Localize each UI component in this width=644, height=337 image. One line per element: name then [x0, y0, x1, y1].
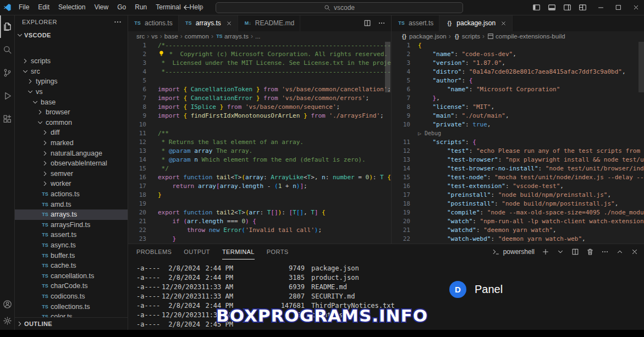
code-line: 1/*-------------------------------------… — [128, 41, 391, 50]
tab-README.md[interactable]: M↓README.md — [238, 15, 300, 31]
breadcrumb-item[interactable]: compile-extensions-build — [487, 32, 565, 41]
chevron-down-icon[interactable] — [557, 248, 564, 256]
tab-actions.ts[interactable]: TSactions.ts — [128, 15, 179, 31]
tabbar-left: TSactions.tsTSarrays.tsM↓README.md — [128, 15, 391, 31]
tree-file-codicons.ts[interactable]: TScodicons.ts — [14, 291, 128, 302]
menu-go[interactable]: Go — [113, 3, 130, 11]
line-number: 21 — [392, 226, 410, 235]
panel-tab-problems[interactable]: PROBLEMS — [136, 244, 172, 259]
tree-folder-diff[interactable]: diff — [14, 128, 128, 138]
more-icon[interactable] — [378, 19, 386, 27]
tab-arrays.ts[interactable]: TSarrays.ts — [179, 15, 238, 31]
line-number: 22 — [128, 226, 146, 235]
close-tab-icon[interactable] — [500, 20, 507, 26]
menu-terminal[interactable]: Terminal — [151, 3, 185, 11]
tree-folder-naturalLanguage[interactable]: naturalLanguage — [14, 148, 128, 158]
command-center-search[interactable]: vscode — [216, 2, 463, 13]
lightbulb-icon[interactable] — [158, 50, 165, 57]
code-line: 5 "author": { — [392, 76, 644, 85]
layout-sidebar-left-icon[interactable] — [532, 3, 541, 12]
activitybar-run-and-debug[interactable] — [0, 84, 14, 107]
tree-folder-typings[interactable]: typings — [14, 76, 128, 87]
breadcrumb-item[interactable]: base — [164, 33, 178, 40]
activitybar-source-control[interactable] — [0, 61, 14, 84]
tree-file-amd.ts[interactable]: TSamd.ts — [14, 199, 128, 209]
editor-scrollbar[interactable] — [385, 42, 390, 92]
menu-file[interactable]: File — [14, 3, 34, 11]
tree-file-cache.ts[interactable]: TScache.ts — [14, 261, 128, 271]
panel-tab-ports[interactable]: PORTS — [267, 244, 289, 259]
activitybar-search[interactable] — [0, 38, 14, 61]
layout-sidebar-right-icon[interactable] — [563, 3, 571, 12]
breadcrumb-item[interactable]: src — [136, 33, 145, 40]
breadcrumb-item[interactable]: ... — [255, 33, 261, 40]
tree-file-assert.ts[interactable]: TSassert.ts — [14, 230, 128, 240]
tree-file-actions.ts[interactable]: TSactions.ts — [14, 189, 128, 200]
tree-file-async.ts[interactable]: TSasync.ts — [14, 240, 128, 251]
menu-view[interactable]: View — [90, 3, 113, 11]
back-icon[interactable] — [183, 3, 191, 12]
trash-icon[interactable] — [586, 248, 594, 256]
line-number: 8 — [392, 103, 410, 112]
tree-folder-browser[interactable]: browser — [14, 107, 128, 118]
breadcrumb-item[interactable]: vs — [151, 33, 158, 40]
tree-folder-scripts[interactable]: scripts — [14, 56, 128, 67]
code-line: 4 *-------------------------------------… — [128, 68, 391, 76]
layout-panel-icon[interactable] — [548, 3, 556, 12]
tree-file-buffer.ts[interactable]: TSbuffer.ts — [14, 250, 128, 261]
line-number: 9 — [128, 112, 146, 120]
breadcrumb-separator: › — [180, 32, 183, 40]
tree-file-arrays.ts[interactable]: TSarrays.ts — [14, 209, 128, 220]
breadcrumb-item[interactable]: common — [185, 33, 209, 40]
breadcrumb-item[interactable]: TSarrays.ts — [216, 33, 249, 40]
menu-selection[interactable]: Selection — [54, 3, 90, 11]
close-icon[interactable] — [631, 248, 639, 256]
chevron-up-icon[interactable] — [616, 248, 624, 256]
line-number: 5 — [128, 76, 146, 85]
tree-folder-common[interactable]: common — [14, 118, 128, 128]
titlebar-controls — [532, 0, 644, 15]
split-terminal-icon[interactable] — [571, 248, 579, 256]
activitybar-extensions[interactable] — [0, 107, 14, 130]
plus-icon[interactable] — [542, 248, 549, 256]
tree-file-charCode.ts[interactable]: TScharCode.ts — [14, 281, 128, 291]
menu-edit[interactable]: Edit — [34, 3, 54, 11]
more-icon[interactable] — [601, 248, 609, 256]
tree-folder-vs[interactable]: vs — [14, 87, 128, 97]
menu-run[interactable]: Run — [130, 3, 151, 11]
chevron-down-icon — [31, 98, 40, 106]
terminal-row: -a----2/8/20242:44 PM3185product.json — [136, 273, 640, 283]
forward-icon[interactable] — [196, 3, 205, 12]
tab-package.json[interactable]: {}package.json — [439, 15, 513, 31]
code-editor-arrays-ts[interactable]: 1/*-------------------------------------… — [128, 41, 391, 244]
editor-scrollbar[interactable] — [639, 42, 644, 92]
chevron-right-icon — [41, 139, 49, 147]
window-maximize-icon[interactable] — [615, 4, 622, 11]
tree-folder-semver[interactable]: semver — [14, 169, 128, 179]
window-minimize-icon[interactable] — [597, 4, 604, 11]
tree-folder-worker[interactable]: worker — [14, 179, 128, 189]
panel-tab-terminal[interactable]: TERMINAL — [222, 244, 255, 259]
window-close-icon[interactable] — [632, 4, 640, 11]
section-vscode[interactable]: VSCODE — [14, 29, 128, 41]
code-editor-package-json[interactable]: 1{2 "name": "code-oss-dev",3 "version": … — [392, 41, 644, 244]
tree-file-cancellation.ts[interactable]: TScancellation.ts — [14, 270, 128, 281]
line-number — [392, 129, 410, 138]
activitybar-explorer[interactable] — [0, 15, 14, 38]
breadcrumb-item[interactable]: {}scripts — [453, 33, 480, 40]
breadcrumb-item[interactable]: {}package.json — [400, 33, 447, 40]
panel-tab-output[interactable]: OUTPUT — [184, 244, 210, 259]
customize-layout-icon[interactable] — [579, 3, 587, 12]
tab-assert.ts[interactable]: TSassert.ts — [392, 15, 439, 31]
more-actions-icon[interactable] — [113, 18, 122, 26]
tree-folder-base[interactable]: base — [14, 97, 128, 107]
tree-file-arraysFind.ts[interactable]: TSarraysFind.ts — [14, 220, 128, 230]
tree-folder-observableInternal[interactable]: observableInternal — [14, 158, 128, 169]
line-number: 20 — [128, 208, 146, 217]
split-editor-icon[interactable] — [364, 19, 371, 27]
close-tab-icon[interactable] — [226, 20, 232, 26]
tree-folder-src[interactable]: src — [14, 67, 128, 77]
terminal-shell-item[interactable]: powershell — [492, 248, 535, 256]
tree-folder-marked[interactable]: marked — [14, 138, 128, 148]
line-number: 2 — [392, 50, 410, 59]
